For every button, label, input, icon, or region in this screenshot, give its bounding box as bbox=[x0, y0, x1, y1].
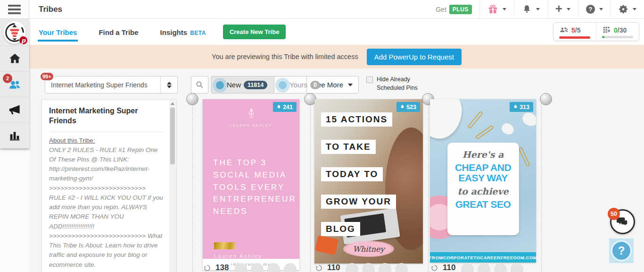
powerups-usage[interactable]: 0/30 bbox=[596, 23, 639, 41]
header-actions: Get PLUS + bbox=[428, 0, 644, 19]
panel-scrollbar[interactable] bbox=[169, 100, 175, 272]
pin-image[interactable]: 313 Here's a CHEAP AND EASY WAY to achie… bbox=[430, 99, 536, 252]
chevron-down-icon bbox=[536, 8, 540, 10]
resharer-avatar bbox=[362, 263, 375, 272]
chat-button[interactable]: 50 bbox=[610, 209, 635, 234]
powerups-limit: /30 bbox=[618, 26, 627, 34]
rewards-menu-button[interactable] bbox=[479, 0, 514, 19]
add-powerup-button[interactable]: Add PowerUp to Request bbox=[367, 49, 462, 65]
filter-new-label: New bbox=[227, 81, 241, 89]
hide-label-line2: Scheduled Pins bbox=[377, 85, 418, 91]
bell-icon bbox=[522, 4, 532, 14]
resharer-avatar bbox=[461, 263, 474, 272]
pin-text-panel: Here's a CHEAP AND EASY WAY to achieve G… bbox=[447, 143, 519, 235]
tribes-used: 5 bbox=[571, 26, 575, 34]
get-plus-button[interactable]: Get PLUS bbox=[428, 0, 479, 19]
megaphone-icon bbox=[8, 103, 21, 116]
search-icon bbox=[196, 81, 204, 89]
notifications-menu-button[interactable] bbox=[514, 0, 547, 19]
tab-bar: Your Tribes Find a Tribe InsightsBETA Cr… bbox=[29, 19, 644, 45]
tribe-unread-badge: 99+ bbox=[40, 72, 54, 81]
about-paragraph: ONLY 2 RULES - RULE #1 Repin One Of Thes… bbox=[49, 145, 164, 184]
sidebar-item-tribes[interactable]: 2 bbox=[0, 72, 29, 97]
pin-card[interactable]: 523 15 ACTIONS TO TAKE TODAY TO GROW YOU… bbox=[314, 99, 423, 264]
pin-card[interactable]: 241 LAUREN ASHLEY THE TOP 3 SOCIAL MEDIA… bbox=[203, 99, 299, 270]
reach-count: 241 bbox=[283, 104, 293, 110]
filter-new[interactable]: New 11814 bbox=[211, 76, 274, 94]
gold-swatch bbox=[214, 242, 235, 249]
banner-message: You are previewing this Tribe with limit… bbox=[212, 53, 358, 60]
sidebar-item-profile[interactable]: p bbox=[0, 19, 29, 46]
top-header: Tribes Get PLUS bbox=[29, 0, 644, 19]
reach-count: 313 bbox=[520, 104, 529, 110]
column-divider bbox=[192, 98, 193, 272]
gift-icon bbox=[487, 4, 498, 15]
hamburger-icon bbox=[8, 5, 21, 14]
left-rail: p 2 bbox=[0, 0, 29, 272]
tab-your-tribes[interactable]: Your Tribes bbox=[38, 21, 78, 43]
flame-icon bbox=[513, 104, 518, 110]
help-menu-button[interactable]: ? bbox=[578, 0, 611, 19]
pin-brand-name: LAUREN ASHLEY bbox=[203, 124, 299, 127]
pin-image[interactable]: 241 LAUREN ASHLEY THE TOP 3 SOCIAL MEDIA… bbox=[203, 99, 299, 259]
gear-icon bbox=[619, 4, 628, 14]
grid-plus-icon bbox=[602, 26, 611, 34]
pin-title-line: Here's a bbox=[447, 149, 519, 160]
tab-find-a-tribe[interactable]: Find a Tribe bbox=[98, 21, 139, 43]
add-menu-button[interactable]: + bbox=[547, 0, 578, 19]
resharer-avatar bbox=[284, 263, 297, 272]
photo-decor bbox=[475, 125, 495, 140]
flame-icon bbox=[400, 104, 405, 110]
scrollbar-thumb[interactable] bbox=[170, 108, 175, 164]
tribe-select-dropdown[interactable]: 99+ Internet Marketing Super Friends bbox=[45, 76, 178, 94]
photo-decor bbox=[430, 99, 468, 144]
resharer-avatar bbox=[267, 263, 280, 272]
pin-title-line: TO TAKE bbox=[321, 140, 376, 154]
pin-stats-row: 138 bbox=[204, 263, 297, 272]
reach-badge: 241 bbox=[273, 102, 297, 112]
hide-scheduled-checkbox[interactable] bbox=[366, 76, 373, 83]
hamburger-menu-button[interactable] bbox=[0, 0, 29, 19]
powerups-used: 0 bbox=[614, 26, 618, 34]
photo-decor bbox=[520, 110, 536, 128]
tab-insights[interactable]: InsightsBETA bbox=[159, 21, 207, 43]
scroll-up-icon[interactable] bbox=[169, 100, 175, 107]
resharer-avatar bbox=[395, 263, 408, 272]
search-button[interactable] bbox=[191, 76, 208, 94]
resharer-avatar bbox=[494, 263, 507, 272]
reshare-icon bbox=[204, 264, 211, 272]
chevron-down-icon bbox=[633, 8, 636, 10]
reshare-icon bbox=[431, 264, 438, 272]
photo-decor bbox=[500, 122, 516, 136]
chat-unread-badge: 50 bbox=[608, 208, 620, 220]
pin-card[interactable]: 313 Here's a CHEAP AND EASY WAY to achie… bbox=[430, 99, 536, 263]
sidebar-item-home[interactable] bbox=[0, 46, 29, 72]
question-icon: ? bbox=[586, 5, 595, 14]
sidebar-item-announcements[interactable] bbox=[0, 97, 29, 123]
tribes-usage[interactable]: 5/5 bbox=[553, 23, 596, 41]
chevron-down-icon bbox=[599, 8, 603, 10]
about-paragraph: >>>>>>>>>>>>>>>>>>>>>>>>> bbox=[49, 270, 164, 272]
pin-title-line: TODAY TO bbox=[321, 167, 383, 181]
about-paragraph: RULE #2 - I WILL KICK YOU OUT if you add… bbox=[49, 193, 164, 231]
about-heading: About this Tribe: bbox=[49, 137, 164, 144]
settings-menu-button[interactable] bbox=[611, 0, 644, 19]
tribe-info-panel: Internet Marketing Super Friends About t… bbox=[41, 99, 176, 272]
reshare-count: 138 bbox=[215, 263, 229, 272]
create-new-tribe-button[interactable]: Create New Tribe bbox=[223, 25, 286, 39]
tribes-limit: /5 bbox=[575, 26, 581, 34]
pin-image[interactable]: 523 15 ACTIONS TO TAKE TODAY TO GROW YOU… bbox=[314, 99, 423, 264]
reach-badge: 313 bbox=[510, 102, 533, 112]
resharer-avatar bbox=[346, 263, 358, 272]
reshare-icon bbox=[315, 264, 322, 272]
beta-tag: BETA bbox=[190, 30, 206, 36]
hide-scheduled-checkbox-group[interactable]: Hide Already Scheduled Pins bbox=[366, 76, 418, 92]
column-divider bbox=[428, 98, 429, 272]
photo-decor bbox=[518, 146, 530, 167]
sidebar-item-insights[interactable] bbox=[0, 123, 29, 148]
about-paragraph: >>>>>>>>>>>>>>>>>>>>>>>>>> bbox=[49, 184, 164, 193]
tribes-page: p 2 bbox=[0, 0, 644, 272]
help-button[interactable]: ? bbox=[609, 238, 634, 263]
column-divider bbox=[541, 98, 542, 272]
yours-count-badge: 0 bbox=[310, 81, 320, 89]
